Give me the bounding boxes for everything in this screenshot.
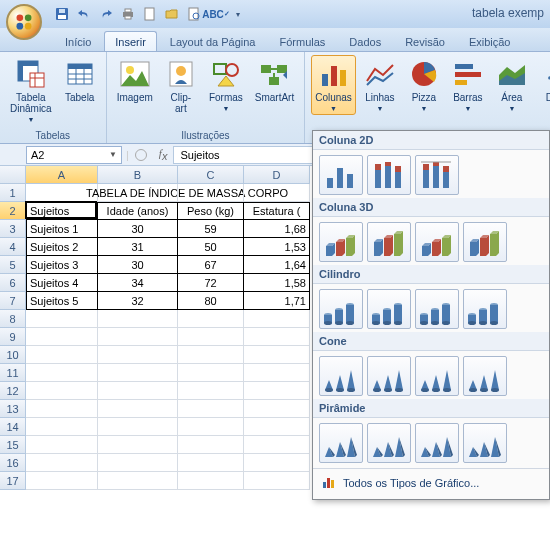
cell[interactable]: 1,64	[244, 256, 310, 274]
chart-type-option[interactable]	[367, 356, 411, 396]
chart-type-option[interactable]	[319, 356, 363, 396]
cell[interactable]: Sujeitos	[26, 202, 98, 220]
chart-type-option[interactable]	[319, 423, 363, 463]
cell[interactable]	[244, 472, 310, 490]
cell[interactable]	[244, 328, 310, 346]
btn-formas[interactable]: Formas ▼	[205, 55, 247, 115]
col-header-D[interactable]: D	[244, 166, 310, 184]
cell[interactable]	[26, 346, 98, 364]
col-header-C[interactable]: C	[178, 166, 244, 184]
cell[interactable]	[178, 328, 244, 346]
cell[interactable]	[26, 364, 98, 382]
new-icon[interactable]	[142, 6, 158, 22]
btn-pizza[interactable]: Pizza ▼	[404, 55, 444, 115]
spellcheck-icon[interactable]: ABC✓	[208, 6, 224, 22]
cell[interactable]: Sujeitos 1	[26, 220, 98, 238]
btn-linhas[interactable]: Linhas ▼	[360, 55, 400, 115]
cell[interactable]	[26, 310, 98, 328]
chart-type-option[interactable]	[367, 222, 411, 262]
fx-icon[interactable]: fx	[159, 147, 168, 162]
cell[interactable]: 59	[178, 220, 244, 238]
btn-clipart[interactable]: Clip-art	[161, 55, 201, 117]
chart-type-option[interactable]	[367, 155, 411, 195]
btn-tabela-dinamica[interactable]: Tabela Dinâmica ▼	[6, 55, 56, 126]
print-icon[interactable]	[120, 6, 136, 22]
chart-type-option[interactable]	[319, 222, 363, 262]
row-header-15[interactable]: 15	[0, 436, 26, 454]
chart-type-option[interactable]	[415, 155, 459, 195]
row-header-11[interactable]: 11	[0, 364, 26, 382]
cell[interactable]: 1,71	[244, 292, 310, 310]
cell[interactable]	[98, 382, 178, 400]
cell[interactable]	[26, 418, 98, 436]
cell[interactable]: 31	[98, 238, 178, 256]
tab-inserir[interactable]: Inserir	[104, 31, 157, 51]
cell[interactable]	[178, 418, 244, 436]
cell[interactable]	[178, 454, 244, 472]
row-header-14[interactable]: 14	[0, 418, 26, 436]
cell[interactable]: Sujeitos 4	[26, 274, 98, 292]
cell[interactable]	[98, 454, 178, 472]
chart-type-option[interactable]	[463, 423, 507, 463]
cell[interactable]	[178, 382, 244, 400]
cell[interactable]	[244, 382, 310, 400]
save-icon[interactable]	[54, 6, 70, 22]
btn-smartart[interactable]: SmartArt	[251, 55, 298, 106]
cell[interactable]: Sujeitos 3	[26, 256, 98, 274]
tab-formulas[interactable]: Fórmulas	[269, 31, 337, 51]
cell[interactable]: 72	[178, 274, 244, 292]
cell[interactable]	[26, 400, 98, 418]
cell[interactable]: 1,58	[244, 274, 310, 292]
all-chart-types-link[interactable]: Todos os Tipos de Gráfico...	[313, 468, 549, 497]
cell[interactable]	[244, 454, 310, 472]
office-button[interactable]	[6, 4, 42, 40]
cell[interactable]	[98, 310, 178, 328]
open-icon[interactable]	[164, 6, 180, 22]
cell[interactable]	[244, 364, 310, 382]
cell[interactable]	[98, 436, 178, 454]
cell[interactable]	[178, 364, 244, 382]
cell[interactable]	[98, 184, 178, 202]
cell[interactable]	[244, 418, 310, 436]
chart-type-option[interactable]	[415, 222, 459, 262]
cell[interactable]	[26, 472, 98, 490]
row-header-10[interactable]: 10	[0, 346, 26, 364]
cell[interactable]: 1,53	[244, 238, 310, 256]
cell[interactable]: 67	[178, 256, 244, 274]
btn-dispersao[interactable]: Disp	[536, 55, 550, 106]
cell[interactable]: 30	[98, 256, 178, 274]
cell[interactable]	[178, 472, 244, 490]
chart-type-option[interactable]	[367, 423, 411, 463]
name-box[interactable]: A2 ▼	[26, 146, 122, 164]
tab-exibicao[interactable]: Exibição	[458, 31, 522, 51]
col-header-B[interactable]: B	[98, 166, 178, 184]
chart-type-option[interactable]	[415, 356, 459, 396]
chart-type-option[interactable]	[367, 289, 411, 329]
preview-icon[interactable]	[186, 6, 202, 22]
chart-type-option[interactable]	[319, 155, 363, 195]
cell[interactable]	[178, 436, 244, 454]
cell[interactable]	[244, 436, 310, 454]
cell[interactable]	[178, 310, 244, 328]
cell[interactable]	[178, 184, 244, 202]
cell[interactable]: Sujeitos 5	[26, 292, 98, 310]
cell[interactable]: 30	[98, 220, 178, 238]
row-header-7[interactable]: 7	[0, 292, 26, 310]
tab-dados[interactable]: Dados	[338, 31, 392, 51]
cells[interactable]: TABELA DE ÍNDICE DE MASSA CORPOSujeitosI…	[26, 184, 310, 490]
cell[interactable]	[98, 346, 178, 364]
cell[interactable]	[26, 382, 98, 400]
row-header-4[interactable]: 4	[0, 238, 26, 256]
cell[interactable]	[26, 328, 98, 346]
cell[interactable]	[178, 346, 244, 364]
cell[interactable]: 50	[178, 238, 244, 256]
chart-type-option[interactable]	[319, 289, 363, 329]
row-header-6[interactable]: 6	[0, 274, 26, 292]
chart-type-option[interactable]	[463, 222, 507, 262]
fx-expand-icon[interactable]	[135, 149, 147, 161]
cell[interactable]	[98, 328, 178, 346]
cell[interactable]: 34	[98, 274, 178, 292]
cell[interactable]	[244, 310, 310, 328]
cell[interactable]: 1,68	[244, 220, 310, 238]
cell[interactable]	[98, 472, 178, 490]
